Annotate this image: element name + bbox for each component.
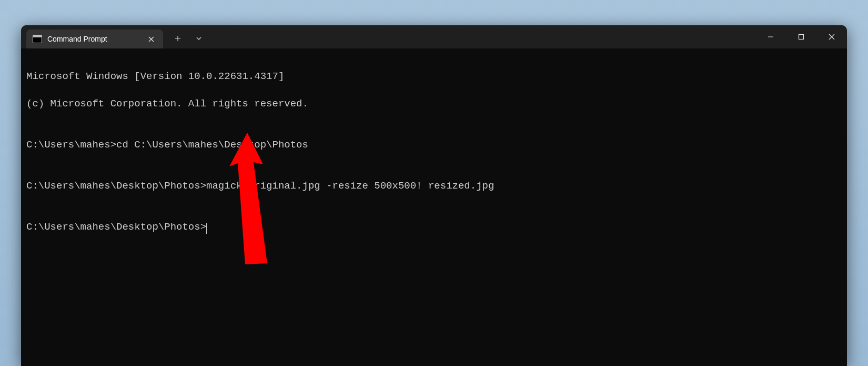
output-line: C:\Users\mahes\Desktop\Photos>magick ori… — [26, 179, 842, 193]
maximize-button[interactable] — [786, 25, 816, 48]
chevron-down-icon — [196, 35, 202, 42]
output-line: Microsoft Windows [Version 10.0.22631.43… — [26, 70, 842, 83]
output-line: C:\Users\mahes>cd C:\Users\mahes\Desktop… — [26, 138, 842, 152]
command-prompt-icon — [33, 35, 42, 43]
svg-marker-1 — [229, 133, 267, 264]
window-controls — [755, 25, 847, 48]
current-prompt: C:\Users\mahes\Desktop\Photos> — [26, 221, 206, 233]
tab-command-prompt[interactable]: Command Prompt — [26, 29, 163, 48]
tab-dropdown-button[interactable] — [188, 30, 209, 47]
close-icon — [829, 34, 835, 40]
close-window-button[interactable] — [816, 25, 847, 48]
svg-rect-0 — [799, 35, 804, 39]
minimize-button[interactable] — [755, 25, 786, 48]
prompt-line: C:\Users\mahes\Desktop\Photos> — [26, 220, 842, 234]
titlebar-drag-area[interactable] — [209, 25, 755, 48]
close-icon — [148, 36, 154, 42]
terminal-window: Command Prompt — [21, 25, 847, 366]
minimize-icon — [768, 34, 774, 40]
new-tab-button[interactable] — [167, 30, 188, 47]
tab-title: Command Prompt — [47, 35, 139, 43]
output-line: (c) Microsoft Corporation. All rights re… — [26, 97, 842, 111]
maximize-icon — [798, 34, 804, 40]
tab-strip: Command Prompt — [21, 25, 163, 48]
terminal-output[interactable]: Microsoft Windows [Version 10.0.22631.43… — [21, 48, 847, 366]
plus-icon — [175, 35, 181, 42]
cursor — [206, 222, 207, 232]
titlebar[interactable]: Command Prompt — [21, 25, 847, 48]
close-tab-button[interactable] — [144, 32, 158, 46]
annotation-arrow — [210, 133, 284, 270]
tab-actions — [163, 25, 209, 48]
